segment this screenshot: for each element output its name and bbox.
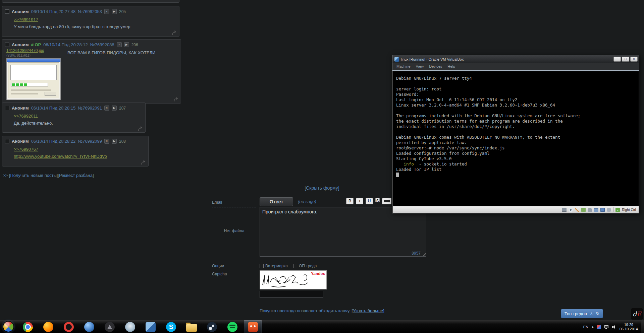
virtualbox-window: linux [Running] - Oracle VM VirtualBox −…: [392, 55, 639, 213]
taskbar-virtualbox-icon[interactable]: [142, 320, 160, 333]
taskbar-darkapp-icon[interactable]: [101, 320, 119, 333]
post-header: Аноним 06/10/14 Пнд 20:27:48 №76992053 ×…: [2, 6, 179, 14]
post-checkbox[interactable]: [5, 139, 9, 143]
post-corner-arrow-icon[interactable]: [138, 126, 143, 131]
email-label: Email: [212, 200, 222, 205]
hostkey-state-icon: ⌄: [615, 208, 620, 212]
youtube-link[interactable]: http://www.youtube.com/watch?v=IYtVFNhDd…: [14, 153, 107, 159]
watermark-option[interactable]: Ватермарка: [260, 264, 288, 268]
show-desktop-button[interactable]: [641, 320, 644, 333]
statusbar-sharedfolders-icon[interactable]: [594, 208, 598, 212]
maximize-button[interactable]: □: [622, 57, 629, 62]
post-number-link[interactable]: №76992053: [78, 9, 102, 14]
statusbar-hdd-icon[interactable]: [562, 208, 567, 212]
vm-statusbar: ⌄ Right Ctrl: [393, 206, 639, 213]
taskbar-qip-icon[interactable]: [121, 320, 139, 333]
post-expand-icon[interactable]: ▶: [112, 139, 117, 144]
taskbar-dvach-icon-active[interactable]: [244, 320, 262, 333]
language-indicator[interactable]: EN: [583, 325, 588, 329]
underline-button[interactable]: U: [366, 198, 373, 204]
unban-request-link[interactable]: [Реквест разбана]: [58, 173, 94, 178]
taskbar-skype-icon[interactable]: S: [162, 320, 180, 333]
post-expand-icon[interactable]: ▶: [112, 9, 117, 14]
resize-grip[interactable]: [422, 253, 426, 256]
post-corner-arrow-icon[interactable]: [141, 160, 146, 165]
dollchan-badge[interactable]: dЕ: [631, 308, 643, 320]
post-body: >>76992011 Да, действительно.: [2, 111, 145, 132]
captcha-input[interactable]: [260, 291, 323, 298]
post-checkbox[interactable]: [5, 9, 9, 14]
post-header: Аноним 06/10/14 Пнд 20:28:15 №76992091 ×…: [2, 103, 145, 111]
taskbar-spotify-icon[interactable]: [223, 320, 241, 333]
strike-button[interactable]: S: [375, 198, 380, 202]
post-checkbox[interactable]: [5, 106, 9, 110]
post-body: 14126128924470.jpg (93Кб, 811x611) ВОТ В…: [2, 47, 181, 103]
post-number-link[interactable]: №76992088: [90, 42, 114, 47]
comment-textarea[interactable]: Проиграл с слабоумного. 8957: [260, 207, 426, 257]
menu-machine[interactable]: Machine: [394, 64, 413, 68]
chevron-up-icon[interactable]: ∧: [590, 311, 593, 316]
italic-button[interactable]: i: [356, 198, 363, 204]
passcode-learn-more-link[interactable]: [Узнать больше]: [352, 308, 384, 313]
tray-app-icon[interactable]: [597, 325, 601, 329]
post-date: 06/10/14 Пнд 20:28:22: [31, 139, 76, 144]
taskbar-opera-icon[interactable]: [60, 320, 78, 333]
post-expand-icon[interactable]: ▶: [112, 106, 117, 111]
post-expand-icon[interactable]: ▶: [124, 42, 129, 47]
op-thread-checkbox[interactable]: [293, 264, 297, 268]
captcha-image: Yandex: [260, 270, 327, 289]
reply-quote-link[interactable]: >>76992011: [14, 113, 38, 119]
menu-view[interactable]: View: [413, 64, 427, 68]
taskbar-deluge-icon[interactable]: [80, 320, 98, 333]
menu-devices[interactable]: Devices: [426, 64, 445, 68]
post-hide-icon[interactable]: ×: [104, 106, 109, 111]
start-button[interactable]: [3, 321, 14, 332]
menu-help[interactable]: Help: [445, 64, 458, 68]
taskbar-firefox-icon[interactable]: [39, 320, 57, 333]
top-threads-button[interactable]: Топ тредов ∧ ↻: [561, 309, 603, 318]
statusbar-cd-icon[interactable]: [569, 208, 573, 212]
post-corner-arrow-icon[interactable]: [173, 97, 179, 102]
file-drop-area[interactable]: Нет файла: [212, 207, 256, 254]
post-hide-icon[interactable]: ×: [104, 9, 109, 14]
statusbar-network-icon[interactable]: [581, 208, 586, 212]
options-row: Ватермарка ОП треда: [260, 264, 317, 268]
tray-expand-icon[interactable]: ▲: [591, 325, 594, 328]
network-icon[interactable]: [604, 325, 609, 329]
statusbar-audio-icon[interactable]: [575, 208, 579, 212]
statusbar-display-icon[interactable]: [600, 208, 605, 212]
reply-quote-link[interactable]: >>76991917: [14, 17, 38, 23]
post-number-link[interactable]: №76992091: [78, 106, 102, 111]
spoiler-button[interactable]: [382, 198, 391, 204]
op-thread-option[interactable]: ОП треда: [293, 264, 317, 268]
post-checkbox[interactable]: [5, 43, 9, 47]
post-hide-icon[interactable]: ×: [104, 139, 109, 144]
reply-quote-link[interactable]: >>76990767: [14, 146, 38, 152]
file-info: (93Кб, 811x611): [6, 54, 67, 57]
statusbar-mouse-icon[interactable]: [607, 208, 611, 212]
taskbar-chrome-icon[interactable]: [19, 320, 37, 333]
minimize-button[interactable]: −: [613, 57, 621, 62]
taskbar-explorer-icon[interactable]: [182, 320, 201, 333]
close-button[interactable]: ×: [630, 57, 638, 62]
terminal-screen[interactable]: Debian GNU/Linux 7 server tty4 server lo…: [393, 71, 639, 206]
taskbar-steam-icon[interactable]: [203, 320, 221, 333]
get-new-posts-link[interactable]: [Получить новые посты]: [9, 173, 58, 178]
post-image-thumbnail[interactable]: [6, 58, 61, 100]
watermark-checkbox[interactable]: [260, 264, 264, 268]
reply-submit-button[interactable]: Ответ: [260, 197, 293, 206]
taskbar: S EN ▲ 19:29 06.10.2014: [0, 320, 644, 333]
file-name-link[interactable]: 14126128924470.jpg: [6, 48, 44, 53]
refresh-icon[interactable]: ↻: [596, 311, 599, 316]
window-titlebar[interactable]: linux [Running] - Oracle VM VirtualBox −…: [392, 55, 639, 63]
bold-button[interactable]: B: [346, 198, 354, 204]
statusbar-usb-icon[interactable]: [588, 208, 592, 212]
post-date: 06/10/14 Пнд 20:27:48: [31, 9, 76, 14]
post-body: >>76991917 У меня блядь хард на 80 гб, с…: [2, 14, 179, 35]
post-hide-icon[interactable]: ×: [117, 42, 122, 47]
clock[interactable]: 19:29 06.10.2014: [620, 323, 638, 331]
hide-form-link[interactable]: [Скрыть форму]: [305, 185, 339, 191]
volume-icon[interactable]: [612, 325, 616, 329]
post-corner-arrow-icon[interactable]: [172, 30, 177, 35]
post-number-link[interactable]: №76992099: [78, 139, 102, 144]
